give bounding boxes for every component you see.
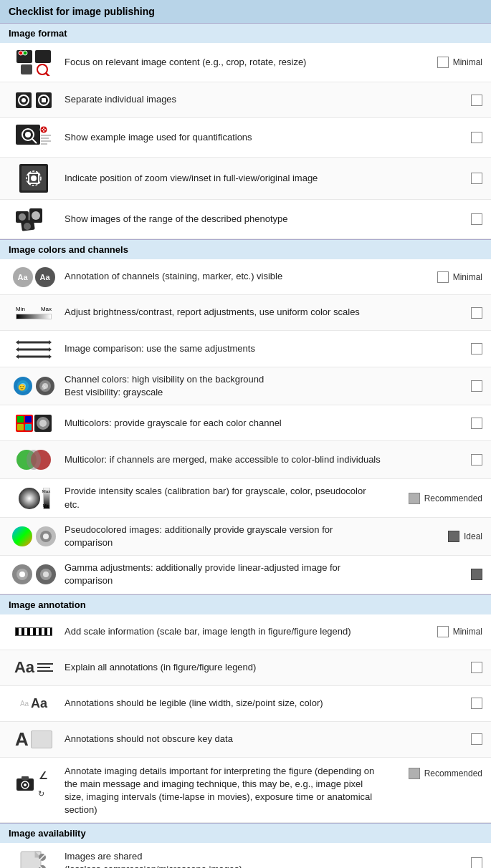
item-multicolors-check — [382, 418, 482, 429]
multicolor-squares-icon — [9, 415, 59, 432]
svg-text:∠: ∠ — [39, 770, 48, 781]
svg-point-65 — [19, 488, 40, 509]
item-crop-text: Focus on relevant image content (e.g., c… — [65, 56, 382, 69]
section-image-availability: Image availability — [0, 823, 491, 843]
checkbox-pseudocolored[interactable] — [448, 531, 459, 542]
svg-point-36 — [24, 223, 31, 230]
svg-point-17 — [40, 126, 47, 133]
channel-colors-icon: 🙂 ☺ — [9, 376, 59, 396]
checkbox-example[interactable] — [471, 132, 482, 143]
item-gamma-check — [382, 569, 482, 580]
svg-point-61 — [39, 420, 47, 427]
checkbox-intensity[interactable] — [409, 493, 420, 504]
checkbox-imaging[interactable] — [409, 768, 420, 779]
item-zoom: Indicate position of zoom view/inset in … — [0, 158, 491, 200]
checkbox-no-obscure[interactable] — [471, 733, 482, 745]
item-channel-colors: 🙂 ☺ Channel colors: high visibility on t… — [0, 367, 491, 405]
item-separate-check — [382, 95, 482, 106]
svg-point-75 — [43, 572, 49, 577]
item-separate: Separate individual images — [0, 82, 491, 118]
checkbox-multicolors[interactable] — [471, 418, 482, 429]
item-scale-check: Minimal — [382, 626, 482, 637]
checkbox-colorblind[interactable] — [471, 454, 482, 466]
checkbox-channel-colors[interactable] — [471, 380, 482, 392]
svg-point-69 — [43, 534, 49, 539]
item-explain-annotations: Aa Explain all annotations (in figure/fi… — [0, 650, 491, 686]
checkbox-comparison[interactable] — [471, 343, 482, 355]
item-phenotype: Show images of the range of the describe… — [0, 200, 491, 239]
crop-icon — [9, 49, 59, 76]
checkbox-phenotype[interactable] — [471, 213, 482, 225]
page-container: Checklist for image publishing Image for… — [0, 0, 491, 868]
item-comparison-text: Image comparison: use the same adjustmen… — [65, 342, 382, 355]
item-imaging-details: ∠ ↻ Annotate imaging details important f… — [0, 758, 491, 824]
item-pseudocolored-text: Pseudocolored images: additionally provi… — [65, 524, 382, 549]
item-multicolors: Multicolors: provide grayscale for each … — [0, 405, 491, 441]
item-scale-text: Add scale information (scale bar, image … — [65, 625, 382, 638]
imaging-details-icon: ∠ ↻ — [9, 765, 59, 799]
checkbox-legible[interactable] — [471, 698, 482, 709]
item-zoom-text: Indicate position of zoom view/inset in … — [65, 172, 382, 185]
badge-annotation-channels: Minimal — [453, 272, 482, 282]
item-legible: Aa Aa Annotations should be legible (lin… — [0, 686, 491, 722]
checkbox-brightness[interactable] — [471, 307, 482, 319]
legible-icon: Aa Aa — [9, 696, 59, 711]
svg-rect-58 — [25, 424, 32, 430]
svg-rect-56 — [25, 416, 32, 423]
checkbox-annotation-channels[interactable] — [437, 271, 449, 283]
svg-point-15 — [25, 132, 31, 138]
svg-point-30 — [31, 175, 37, 181]
item-crop-check: Minimal — [382, 57, 482, 68]
checkbox-gamma[interactable] — [471, 569, 482, 580]
shared-icon — [9, 849, 59, 868]
svg-text:☺: ☺ — [40, 384, 47, 391]
checkbox-separate[interactable] — [471, 95, 482, 106]
item-annotation-channels-text: Annotation of channels (staining, marker… — [65, 270, 382, 283]
svg-rect-1 — [35, 50, 51, 63]
badge-pseudocolored: Ideal — [464, 531, 482, 541]
item-imaging-text: Annotate imaging details important for i… — [65, 765, 382, 817]
item-channel-colors-check — [382, 380, 482, 392]
item-pseudocolored-check: Ideal — [382, 531, 482, 542]
svg-point-3 — [37, 64, 47, 74]
checkbox-crop[interactable] — [437, 57, 449, 68]
svg-marker-39 — [49, 340, 52, 344]
checkbox-zoom[interactable] — [471, 173, 482, 184]
item-comparison-check — [382, 343, 482, 355]
section-image-annotation: Image annotation — [0, 594, 491, 614]
svg-marker-42 — [49, 347, 52, 352]
svg-point-34 — [32, 211, 40, 220]
item-images-shared-check — [382, 857, 482, 868]
svg-text:🙂: 🙂 — [18, 383, 27, 392]
brightness-icon: MinMax — [9, 306, 59, 319]
item-intensity: Max Min Provide intensity scales (calibr… — [0, 479, 491, 517]
item-multicolors-text: Multicolors: provide grayscale for each … — [65, 417, 382, 430]
svg-rect-55 — [17, 416, 24, 423]
item-no-obscure-text: Annotations should not obscure key data — [65, 733, 382, 746]
checkbox-explain[interactable] — [471, 662, 482, 673]
svg-point-5 — [19, 51, 23, 55]
item-gamma: Gamma adjustments: additionally provide … — [0, 556, 491, 594]
svg-point-72 — [19, 572, 25, 577]
svg-point-66 — [12, 526, 32, 546]
item-channel-colors-text: Channel colors: high visibility on the b… — [65, 373, 382, 399]
svg-line-4 — [46, 73, 49, 76]
zoom-icon — [9, 163, 59, 193]
item-annotation-channels: Aa Aa Annotation of channels (staining, … — [0, 259, 491, 295]
item-colorblind-text: Multicolor: if channels are merged, make… — [65, 453, 382, 466]
item-phenotype-check — [382, 213, 482, 225]
item-imaging-check: Recommended — [382, 765, 482, 779]
section-image-colors: Image colors and channels — [0, 239, 491, 259]
svg-rect-77 — [22, 776, 29, 780]
item-no-obscure-check — [382, 733, 482, 745]
checkbox-scale[interactable] — [437, 626, 449, 637]
item-example-text: Show example image used for quantificati… — [65, 131, 382, 144]
item-separate-text: Separate individual images — [65, 93, 382, 106]
svg-rect-2 — [21, 64, 32, 74]
svg-point-79 — [24, 783, 27, 786]
item-brightness-check — [382, 307, 482, 319]
item-zoom-check — [382, 173, 482, 184]
badge-scale: Minimal — [453, 627, 482, 637]
checkbox-images-shared[interactable] — [471, 857, 482, 868]
quantification-icon — [9, 124, 59, 151]
